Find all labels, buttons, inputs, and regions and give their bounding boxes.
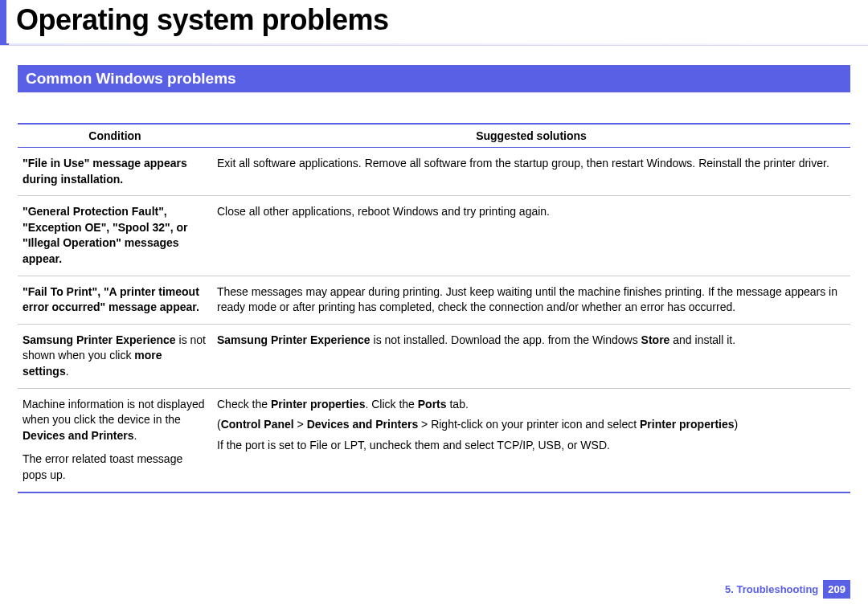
text-bold: Samsung Printer Experience <box>23 333 176 346</box>
footer-chapter: 5. Troubleshooting <box>725 583 818 595</box>
footer: 5. Troubleshooting 209 <box>725 580 850 599</box>
title-underline <box>0 43 868 46</box>
text: The error related toast message pops up. <box>23 452 207 483</box>
table-row: Machine information is not displayed whe… <box>18 388 850 492</box>
text: Machine information is not displayed whe… <box>23 398 204 427</box>
condition-text: "File in Use" message appears during ins… <box>23 157 187 186</box>
text-bold: Control Panel <box>221 418 294 431</box>
text: . Click the <box>365 398 417 411</box>
section-header: Common Windows problems <box>18 65 850 92</box>
table-row: "File in Use" message appears during ins… <box>18 148 850 196</box>
text: If the port is set to File or LPT, unche… <box>217 438 845 454</box>
content-area: Common Windows problems Condition Sugges… <box>0 65 868 493</box>
troubleshoot-table: Condition Suggested solutions "File in U… <box>18 123 850 493</box>
text-bold: Printer properties <box>640 418 734 431</box>
text: and install it. <box>669 333 735 346</box>
text-bold: Devices and Printers <box>23 429 134 442</box>
table-header-row: Condition Suggested solutions <box>18 124 850 148</box>
text-bold: Devices and Printers <box>307 418 419 431</box>
title-block: Operating system problems <box>0 0 868 43</box>
table-row: Samsung Printer Experience is not shown … <box>18 324 850 388</box>
page-number: 209 <box>823 580 850 599</box>
cell-condition: "General Protection Fault", "Exception O… <box>18 196 212 276</box>
cell-condition: "Fail To Print", "A printer timeout erro… <box>18 276 212 324</box>
text: tab. <box>447 398 469 411</box>
text: > Right-click on your printer icon and s… <box>418 418 640 431</box>
text-bold: Store <box>641 333 670 346</box>
cell-solution: Exit all software applications. Remove a… <box>212 148 850 196</box>
cell-solution: These messages may appear during printin… <box>212 276 850 324</box>
cell-solution: Check the Printer properties. Click the … <box>212 388 850 492</box>
cell-condition: "File in Use" message appears during ins… <box>18 148 212 196</box>
text: ) <box>735 418 739 431</box>
text: > <box>294 418 307 431</box>
text: . <box>134 429 137 442</box>
page-title: Operating system problems <box>6 0 389 43</box>
text-bold: Samsung Printer Experience <box>217 333 371 346</box>
condition-text: "Fail To Print", "A printer timeout erro… <box>23 285 199 314</box>
table-row: "Fail To Print", "A printer timeout erro… <box>18 276 850 324</box>
text: is not installed. Download the app. from… <box>371 333 641 346</box>
cell-solution: Samsung Printer Experience is not instal… <box>212 324 850 388</box>
text: . <box>66 365 69 378</box>
cell-condition: Machine information is not displayed whe… <box>18 388 212 492</box>
text-bold: Ports <box>418 398 447 411</box>
cell-condition: Samsung Printer Experience is not shown … <box>18 324 212 388</box>
cell-solution: Close all other applications, reboot Win… <box>212 196 850 276</box>
condition-text: "General Protection Fault", "Exception O… <box>23 205 187 265</box>
header-solutions: Suggested solutions <box>212 124 850 148</box>
text-bold: Printer properties <box>271 398 365 411</box>
title-accent-bar <box>0 0 6 43</box>
text: Check the <box>217 398 271 411</box>
table-row: "General Protection Fault", "Exception O… <box>18 196 850 276</box>
header-condition: Condition <box>18 124 212 148</box>
